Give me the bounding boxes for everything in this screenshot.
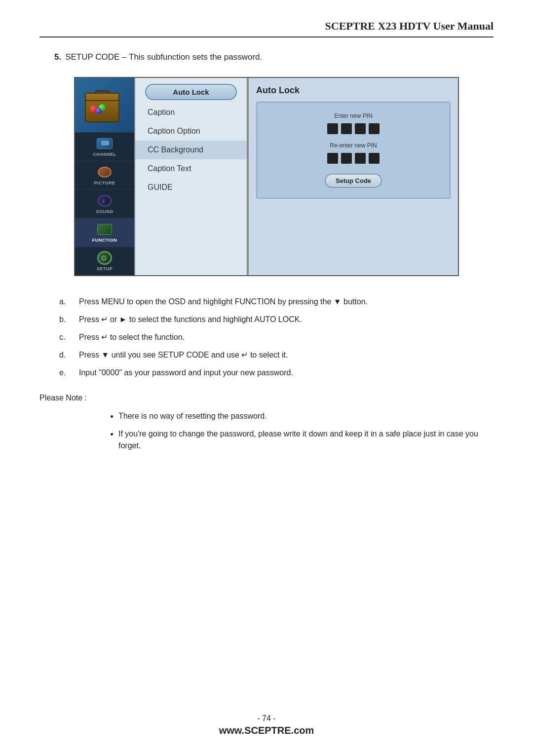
menu-item-caption-text[interactable]: Caption Text: [135, 159, 247, 178]
section-text: SETUP CODE – This subfunction sets the p…: [65, 52, 262, 62]
picture-icon: [96, 165, 114, 179]
pin-dot-7: [355, 153, 366, 164]
sidebar-label-setup: SETUP: [97, 266, 113, 271]
page-title: SCEPTRE X23 HDTV User Manual: [39, 20, 494, 37]
instruction-letter-a: a.: [59, 296, 79, 308]
sidebar-label-channel: CHANNEL: [93, 152, 116, 157]
pin-dot-4: [369, 123, 380, 134]
osd-menu-panel: Auto Lock Caption Caption Option CC Back…: [134, 78, 248, 275]
pin-dot-6: [341, 153, 352, 164]
bullet-item-2: If you're going to change the password, …: [118, 428, 494, 452]
section-number: 5.: [54, 52, 61, 62]
reenter-pin-dots: [265, 153, 442, 164]
reenter-pin-label: Re-enter new PIN: [265, 142, 442, 149]
sidebar-item-channel[interactable]: CHANNEL: [75, 132, 134, 161]
sidebar-label-picture: PICTURE: [94, 180, 115, 185]
instructions-section: a. Press MENU to open the OSD and highli…: [39, 296, 494, 379]
enter-pin-label: Enter new PIN: [265, 112, 442, 119]
section-intro: 5.SETUP CODE – This subfunction sets the…: [54, 52, 494, 62]
detail-title: Auto Lock: [256, 85, 451, 96]
ball-blue: [96, 108, 102, 114]
setup-code-button[interactable]: Setup Code: [325, 174, 382, 188]
instruction-letter-c: c.: [59, 331, 79, 343]
menu-item-caption[interactable]: Caption: [135, 103, 247, 122]
instruction-text-d: Press ▼ until you see SETUP CODE and use…: [79, 349, 494, 361]
menu-item-caption-option[interactable]: Caption Option: [135, 122, 247, 141]
page-number: - 74 -: [0, 714, 533, 723]
menu-header: Auto Lock: [145, 84, 237, 100]
menu-item-cc-background[interactable]: CC Background: [135, 141, 247, 159]
setup-icon: [96, 251, 114, 265]
pin-dot-5: [327, 153, 338, 164]
osd-screenshot: CHANNEL PICTURE SOUND FUNCTION: [74, 77, 459, 276]
instruction-text-e: Input "0000" as your password and input …: [79, 367, 494, 379]
sidebar-label-function: FUNCTION: [92, 238, 117, 243]
page-footer: - 74 - www.SCEPTRE.com: [0, 714, 533, 736]
toolbox-graphic: [85, 88, 124, 122]
sidebar-item-function[interactable]: FUNCTION: [75, 218, 134, 247]
pin-dot-8: [369, 153, 380, 164]
sidebar-label-sound: SOUND: [96, 209, 113, 214]
pin-dot-2: [341, 123, 352, 134]
toolbox-image: [75, 78, 134, 132]
osd-sidebar: CHANNEL PICTURE SOUND FUNCTION: [75, 78, 134, 275]
instruction-letter-d: d.: [59, 349, 79, 361]
bullet-item-1: There is no way of resetting the passwor…: [118, 410, 494, 422]
pin-dot-3: [355, 123, 366, 134]
sidebar-item-picture[interactable]: PICTURE: [75, 161, 134, 189]
website-url: www.SCEPTRE.com: [0, 725, 533, 736]
instruction-text-c: Press ↵ to select the function.: [79, 331, 494, 343]
instruction-letter-b: b.: [59, 314, 79, 325]
osd-detail-panel: Auto Lock Enter new PIN Re-enter new PIN…: [248, 78, 458, 275]
instruction-text-a: Press MENU to open the OSD and highlight…: [79, 296, 494, 308]
pin-entry-box: Enter new PIN Re-enter new PIN Setup Cod…: [256, 102, 451, 199]
instruction-text-b: Press ↵ or ► to select the functions and…: [79, 314, 494, 325]
please-note-label: Please Note :: [39, 394, 494, 402]
sound-icon: [96, 194, 114, 208]
instruction-e: e. Input "0000" as your password and inp…: [39, 367, 494, 379]
toolbox-body: [85, 100, 119, 122]
pin-dot-1: [327, 123, 338, 134]
bullet-list: There is no way of resetting the passwor…: [118, 410, 494, 452]
channel-icon: [96, 137, 114, 150]
instruction-letter-e: e.: [59, 367, 79, 379]
instruction-c: c. Press ↵ to select the function.: [39, 331, 494, 343]
sidebar-item-setup[interactable]: SETUP: [75, 247, 134, 275]
sidebar-item-sound[interactable]: SOUND: [75, 189, 134, 218]
instruction-b: b. Press ↵ or ► to select the functions …: [39, 314, 494, 325]
instruction-a: a. Press MENU to open the OSD and highli…: [39, 296, 494, 308]
function-icon: [96, 222, 114, 236]
enter-pin-dots: [265, 123, 442, 134]
menu-item-guide[interactable]: GUIDE: [135, 178, 247, 197]
instruction-d: d. Press ▼ until you see SETUP CODE and …: [39, 349, 494, 361]
